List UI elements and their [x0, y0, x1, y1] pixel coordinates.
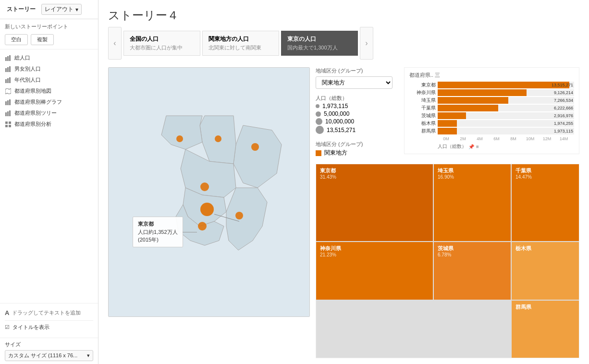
bar-label: 栃木県: [409, 120, 436, 127]
bar-value: 1,973,115: [554, 128, 573, 134]
sidebar-item-prefecture-analysis[interactable]: 都道府県別分析: [0, 119, 98, 130]
treemap-chiba: 千葉県 14.47%: [512, 164, 579, 241]
bar-row: 茨城県2,916,976: [409, 112, 574, 119]
legend-val-4: 13,515,271: [327, 127, 356, 133]
svg-point-29: [215, 135, 221, 142]
legend-item-4: 13,515,271: [316, 126, 393, 134]
svg-rect-16: [5, 121, 8, 124]
svg-rect-10: [5, 101, 7, 105]
bar-row: 千葉県6,222,666: [409, 105, 574, 111]
story-nav: ‹ 全国の人口 大都市圏に人口が集中 関東地方の人口 北関東に対して南関東 東京…: [98, 27, 589, 63]
bar-container: 1,973,115: [438, 128, 574, 134]
show-title-row[interactable]: ☑ タイトルを表示: [5, 320, 93, 334]
legend-val-3: 10,000,000: [325, 118, 354, 125]
bar-label: 千葉県: [409, 105, 436, 111]
card2-title: 関東地方の人口: [209, 35, 273, 43]
sidebar-item-age-pop[interactable]: 年代別人口: [0, 74, 98, 85]
svg-rect-19: [9, 125, 11, 127]
legend-item-1: 1,973,115: [316, 103, 393, 109]
grid-icon: [5, 121, 12, 128]
filter-label: 地域区分 (グループ): [316, 67, 393, 74]
bar-row: 群馬県1,973,115: [409, 128, 574, 134]
nav-arrow-left[interactable]: ‹: [108, 27, 122, 60]
region-filter-select[interactable]: 関東地方: [316, 76, 393, 89]
axis-label: 10M: [522, 136, 539, 141]
nav-arrow-right[interactable]: ›: [360, 27, 373, 60]
bar-value: 1,974,255: [554, 120, 573, 127]
sidebar-item-prefecture-bar[interactable]: 都道府県別棒グラフ: [0, 97, 98, 108]
nav-item-label: 都道府県別地図: [14, 87, 51, 95]
legend-val-1: 1,973,115: [322, 103, 348, 109]
treemap-container: 東京都 31.43% 埼玉県 16.90% 千葉県 14.47% 神奈川県 21…: [316, 164, 579, 358]
size-label: サイズ: [5, 341, 93, 348]
sidebar-item-prefecture-map[interactable]: 都道府県別地図: [0, 85, 98, 97]
treemap-saitama-label: 埼玉県: [438, 167, 507, 174]
tooltip-line2: (2015年): [138, 236, 178, 244]
duplicate-button[interactable]: 複製: [31, 34, 54, 45]
treemap-tokyo-pct: 31.43%: [320, 174, 429, 180]
axis-label: 6M: [488, 136, 505, 141]
bar-label: 茨城県: [409, 112, 436, 119]
svg-rect-1: [7, 56, 9, 61]
svg-point-33: [198, 222, 207, 231]
bar-icon: [5, 99, 12, 106]
treemap-kanagawa-label: 神奈川県: [320, 245, 429, 252]
story-card-1[interactable]: 全国の人口 大都市圏に人口が集中: [123, 31, 200, 56]
blank-button[interactable]: 空白: [5, 34, 28, 45]
card3-title: 東京の人口: [287, 35, 352, 43]
sidebar-item-total-pop[interactable]: 総人口: [0, 52, 98, 63]
legend-val-2: 5,000,000: [324, 110, 349, 117]
axis-label: 0M: [438, 136, 454, 141]
svg-rect-4: [7, 67, 9, 72]
bar-icon: [5, 77, 12, 84]
bar-value: 13,515,271: [552, 82, 573, 88]
tab-story[interactable]: ストーリー: [5, 4, 37, 14]
size-section: サイズ カスタム サイズ (1116 x 76... ▾: [0, 338, 98, 364]
layout-label: レイアウト: [45, 5, 74, 13]
bar-fill: [438, 97, 508, 104]
pin-icon: 📌: [468, 144, 474, 149]
region-legend-item: 関東地方: [316, 149, 393, 157]
legend-circle-2: [316, 111, 321, 117]
svg-point-31: [200, 182, 209, 191]
bar-value: 7,266,534: [554, 97, 573, 104]
dashboard: 東京都 人口約1,352万人 (2015年) 地域区分 (グループ) 関東地方 …: [98, 63, 589, 364]
svg-rect-17: [9, 121, 11, 124]
svg-rect-12: [9, 99, 11, 105]
treemap-saitama: 埼玉県 16.90%: [434, 164, 511, 241]
bar-icon: [5, 66, 12, 73]
bar-label: 神奈川県: [409, 89, 436, 96]
bar-container: 2,916,976: [438, 112, 574, 119]
story-card-2[interactable]: 関東地方の人口 北関東に対して南関東: [202, 31, 279, 56]
treemap-saitama-pct: 16.90%: [438, 174, 507, 180]
pop-legend: 人口（総数） 1,973,115 5,000,000 10,000,000: [316, 95, 393, 135]
svg-rect-14: [7, 111, 9, 116]
bar-fill: [438, 82, 569, 88]
region-legend-label: 関東地方: [324, 149, 347, 157]
chevron-right-icon: ›: [365, 39, 368, 48]
pop-legend-title: 人口（総数）: [316, 95, 393, 102]
bar-container: 13,515,271: [438, 82, 574, 88]
treemap-tokyo: 東京都 31.43%: [316, 164, 433, 241]
nav-item-label: 総人口: [14, 54, 30, 61]
treemap-chiba-pct: 14.47%: [515, 174, 575, 180]
size-dropdown[interactable]: カスタム サイズ (1116 x 76... ▾: [5, 350, 93, 361]
layout-dropdown[interactable]: レイアウト ▾: [41, 4, 82, 15]
treemap-kanagawa: 神奈川県 21.23%: [316, 242, 433, 300]
story-card-3[interactable]: 東京の人口 国内最大で1,300万人: [281, 31, 358, 56]
svg-rect-7: [7, 78, 9, 83]
a-icon: A: [5, 309, 9, 316]
filter-legend-row: 地域区分 (グループ) 関東地方 人口（総数） 1,973,115 5: [316, 67, 579, 160]
bar-rows: 東京都13,515,271神奈川県9,126,214埼玉県7,266,534千葉…: [409, 82, 574, 134]
svg-rect-11: [7, 100, 9, 105]
sidebar-buttons: 空白 複製: [0, 32, 98, 49]
bar-value: 9,126,214: [554, 89, 573, 96]
sidebar: ストーリー レイアウト ▾ 新しいストーリーポイント 空白 複製 総人口男女別人…: [0, 0, 98, 364]
bar-fill: [438, 120, 457, 127]
card2-sub: 北関東に対して南関東: [209, 44, 273, 51]
sidebar-item-gender-pop[interactable]: 男女別人口: [0, 63, 98, 74]
svg-point-30: [251, 143, 259, 151]
sidebar-item-prefecture-tree[interactable]: 都道府県別ツリー: [0, 108, 98, 119]
svg-rect-13: [5, 112, 7, 116]
new-point-label: 新しいストーリーポイント: [0, 19, 98, 32]
